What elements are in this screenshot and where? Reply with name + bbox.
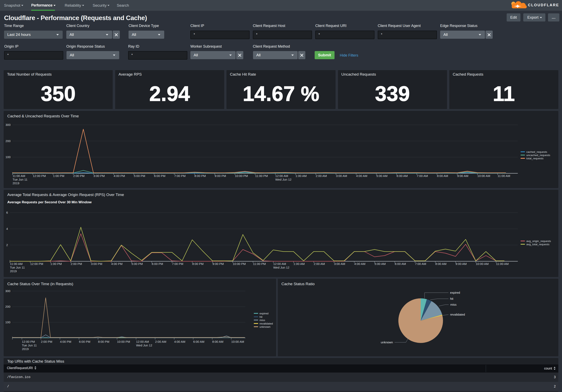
svg-text:4: 4 (6, 227, 8, 231)
svg-text:Wed Jun 12: Wed Jun 12 (136, 344, 152, 347)
svg-text:9:00 AM: 9:00 AM (456, 262, 467, 265)
svg-text:2:00 PM: 2:00 PM (71, 262, 82, 265)
svg-text:expired: expired (450, 291, 460, 294)
svg-text:1:00 AM: 1:00 AM (293, 262, 305, 265)
svg-text:2019: 2019 (12, 181, 19, 185)
svg-text:7:00 PM: 7:00 PM (174, 174, 186, 178)
svg-text:12:00 AM: 12:00 AM (273, 262, 286, 265)
svg-text:unknown: unknown (259, 325, 270, 328)
svg-text:Wed Jun 12: Wed Jun 12 (275, 178, 292, 181)
svg-text:7:00 AM: 7:00 AM (415, 262, 426, 265)
svg-text:6: 6 (6, 211, 8, 214)
svg-text:2019: 2019 (10, 269, 17, 273)
svg-text:8:00 PM: 8:00 PM (192, 262, 204, 265)
svg-text:miss: miss (259, 319, 265, 322)
svg-text:2:00 AM: 2:00 AM (314, 262, 325, 265)
svg-text:3:00 AM: 3:00 AM (336, 174, 347, 178)
svg-text:11:00 AM: 11:00 AM (496, 262, 509, 265)
svg-text:1:00 PM: 1:00 PM (53, 174, 64, 178)
svg-text:unknown: unknown (381, 341, 393, 344)
svg-text:11:00 PM: 11:00 PM (255, 174, 268, 178)
svg-text:8:00 AM: 8:00 AM (437, 174, 448, 178)
svg-text:avg_total_requests: avg_total_requests (526, 243, 550, 246)
svg-text:8:00 PM: 8:00 PM (98, 340, 109, 343)
svg-text:2:00 PM: 2:00 PM (73, 174, 84, 178)
svg-text:Tue Jun 11: Tue Jun 11 (10, 266, 25, 269)
svg-text:3:00 PM: 3:00 PM (91, 262, 102, 265)
svg-text:12:00 AM: 12:00 AM (136, 340, 149, 343)
svg-text:total_requests: total_requests (526, 157, 544, 160)
svg-text:12:00 PM: 12:00 PM (33, 174, 46, 178)
svg-text:5:00 PM: 5:00 PM (131, 262, 143, 265)
svg-text:Wed Jun 12: Wed Jun 12 (273, 266, 290, 269)
svg-text:8:00 AM: 8:00 AM (212, 340, 223, 343)
svg-text:2:00 PM: 2:00 PM (41, 340, 52, 343)
svg-text:300: 300 (5, 289, 10, 293)
svg-text:10:00 PM: 10:00 PM (117, 340, 130, 343)
svg-text:avg_origin_requests: avg_origin_requests (526, 240, 551, 243)
svg-text:Tue Jun 11: Tue Jun 11 (22, 344, 37, 347)
svg-text:9:00 AM: 9:00 AM (457, 174, 468, 178)
svg-text:5:00 PM: 5:00 PM (134, 174, 145, 178)
svg-text:6:00 PM: 6:00 PM (79, 340, 90, 343)
svg-text:cached_requests: cached_requests (526, 150, 547, 153)
svg-text:hit: hit (259, 315, 263, 318)
svg-text:12:00 PM: 12:00 PM (30, 262, 43, 265)
svg-text:4:00 PM: 4:00 PM (111, 262, 123, 265)
svg-text:2: 2 (6, 243, 8, 247)
svg-text:11:00 AM: 11:00 AM (498, 174, 510, 178)
svg-text:10:00 PM: 10:00 PM (235, 174, 248, 178)
svg-text:5:00 AM: 5:00 AM (376, 174, 387, 178)
svg-text:4:00 PM: 4:00 PM (60, 340, 71, 343)
svg-text:1:00 PM: 1:00 PM (50, 262, 62, 265)
svg-text:miss: miss (450, 303, 457, 306)
svg-text:100: 100 (5, 321, 10, 324)
svg-text:2:00 AM: 2:00 AM (155, 340, 166, 343)
svg-text:12:00 AM: 12:00 AM (275, 174, 288, 178)
svg-text:6:00 PM: 6:00 PM (152, 262, 163, 265)
svg-text:11:00 AM: 11:00 AM (12, 174, 25, 178)
svg-text:8:00 AM: 8:00 AM (435, 262, 446, 265)
svg-text:revalidated: revalidated (450, 313, 465, 316)
svg-text:10:00 PM: 10:00 PM (233, 262, 246, 265)
svg-text:3:00 AM: 3:00 AM (334, 262, 345, 265)
svg-text:4:00 AM: 4:00 AM (356, 174, 367, 178)
svg-text:uncached_requests: uncached_requests (526, 154, 550, 157)
svg-text:300: 300 (5, 123, 11, 127)
svg-text:100: 100 (5, 155, 11, 159)
svg-text:200: 200 (5, 139, 11, 143)
svg-text:2019: 2019 (22, 347, 29, 351)
svg-text:7:00 PM: 7:00 PM (172, 262, 183, 265)
svg-text:10:00 AM: 10:00 AM (478, 174, 490, 178)
svg-text:CLOUDFLARE: CLOUDFLARE (528, 3, 559, 7)
svg-text:6:00 AM: 6:00 AM (193, 340, 204, 343)
svg-text:5:00 AM: 5:00 AM (375, 262, 386, 265)
svg-text:11:00 AM: 11:00 AM (10, 262, 23, 265)
svg-text:6:00 PM: 6:00 PM (154, 174, 165, 178)
svg-text:10:00 AM: 10:00 AM (231, 340, 244, 343)
svg-text:3:00 PM: 3:00 PM (94, 174, 105, 178)
svg-text:expired: expired (259, 312, 269, 315)
svg-text:Tue Jun 11: Tue Jun 11 (12, 178, 27, 181)
svg-text:200: 200 (5, 305, 10, 308)
svg-text:2:00 AM: 2:00 AM (316, 174, 327, 178)
svg-text:9:00 PM: 9:00 PM (212, 262, 224, 265)
svg-text:11:00 PM: 11:00 PM (253, 262, 266, 265)
svg-text:6:00 AM: 6:00 AM (395, 262, 406, 265)
svg-text:4:00 PM: 4:00 PM (114, 174, 125, 178)
svg-text:8:00 PM: 8:00 PM (194, 174, 206, 178)
svg-text:4:00 AM: 4:00 AM (174, 340, 185, 343)
svg-text:hit: hit (450, 297, 454, 300)
svg-text:7:00 AM: 7:00 AM (417, 174, 428, 178)
svg-text:9:00 PM: 9:00 PM (215, 174, 226, 178)
svg-text:revalidated: revalidated (259, 322, 273, 325)
svg-text:10:00 AM: 10:00 AM (476, 262, 489, 265)
svg-text:4:00 AM: 4:00 AM (354, 262, 365, 265)
svg-text:6:00 AM: 6:00 AM (397, 174, 408, 178)
svg-text:12:00 PM: 12:00 PM (22, 340, 35, 343)
svg-text:1:00 AM: 1:00 AM (296, 174, 307, 178)
